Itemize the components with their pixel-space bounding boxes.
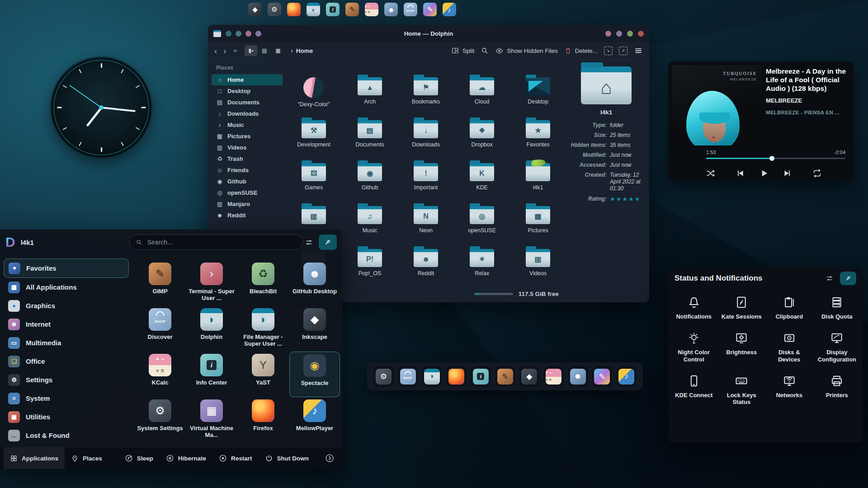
show-hidden-files-button[interactable]: Show Hidden Files — [495, 47, 558, 55]
pin-button[interactable] — [840, 272, 856, 285]
category-item[interactable]: ⊕ Internet — [4, 315, 129, 333]
dock-dolphin[interactable]: ◗ — [422, 366, 442, 387]
places-item[interactable]: ♪ Music — [212, 119, 283, 131]
session-action-button[interactable]: Shut Down — [259, 447, 316, 469]
category-item[interactable]: ▣ Utilities — [4, 408, 129, 426]
search-box[interactable] — [129, 235, 303, 250]
places-item[interactable]: ▤ Documents — [212, 97, 283, 108]
category-item[interactable]: ❏ Office — [4, 352, 129, 371]
dock-discover[interactable]: SHOP — [398, 366, 418, 387]
category-item[interactable]: … Lost & Found — [4, 426, 129, 445]
status-item[interactable]: Display Configuration — [813, 331, 861, 363]
app-tile[interactable]: ✎ GIMP — [135, 260, 185, 306]
select-all-button[interactable]: ↘ — [604, 47, 613, 55]
task-inkscape[interactable]: ◆ — [247, 1, 263, 18]
folder-item[interactable]: l4k1 — [512, 163, 564, 206]
folder-item[interactable]: ☁ Cloud — [456, 77, 508, 120]
folder-item[interactable]: ⚑ Bookmarks — [400, 77, 452, 120]
configure-button[interactable] — [826, 274, 834, 282]
folder-item[interactable]: ♫ Music — [344, 206, 396, 249]
status-item[interactable]: Clipboard — [765, 296, 813, 320]
hamburger-menu-icon[interactable] — [634, 46, 643, 55]
folder-item[interactable]: ⚄ Games — [288, 163, 340, 206]
task-firefox[interactable] — [286, 1, 302, 18]
split-button[interactable]: Split — [451, 47, 474, 55]
dock-github-desktop[interactable]: ☻ — [568, 366, 588, 387]
places-item[interactable]: ▥ Videos — [212, 142, 283, 153]
icons-view-button[interactable]: ▮▪ — [245, 45, 257, 56]
folder-item[interactable]: ◉ Github — [344, 163, 396, 206]
search-icon[interactable] — [481, 47, 489, 55]
dock-firefox[interactable] — [446, 366, 467, 387]
app-tile[interactable]: KCalc — [135, 352, 185, 397]
more-actions-button[interactable] — [325, 454, 334, 463]
app-tile[interactable]: ◗ File Manager - Super User ... — [238, 306, 288, 352]
category-item[interactable]: ▦ All Applications — [4, 278, 129, 296]
folder-item[interactable]: ▲ Arch — [344, 77, 396, 120]
task-kcalc[interactable] — [363, 1, 380, 18]
dock-kcalc[interactable] — [543, 366, 564, 387]
folder-item[interactable]: ↓ Downloads — [400, 120, 452, 163]
dock-gimp[interactable]: ✎ — [495, 366, 515, 387]
task-gimp[interactable]: ✎ — [344, 1, 360, 18]
folder-item[interactable]: ▤ Documents — [344, 120, 396, 163]
next-button[interactable] — [780, 166, 794, 180]
dock-inkscape[interactable]: ◆ — [519, 366, 539, 387]
up-button[interactable]: › — [230, 49, 238, 52]
app-tile[interactable]: Y YaST — [238, 352, 288, 397]
repeat-button[interactable] — [810, 166, 824, 180]
app-tile[interactable]: ♪ MellowPlayer — [290, 397, 340, 443]
folder-item[interactable]: "Dexy-Color" — [288, 77, 340, 120]
footer-tab[interactable]: Applications — [4, 447, 65, 469]
places-item[interactable]: □ Desktop — [212, 85, 283, 97]
places-item[interactable]: ☺ Friends — [212, 164, 283, 176]
app-tile[interactable]: ☻ GitHub Desktop — [290, 260, 340, 306]
places-item[interactable]: ▥ Manjaro — [212, 198, 283, 210]
dock-mellowplayer[interactable]: ♪ — [616, 366, 637, 387]
dock-info-center[interactable]: i — [471, 366, 491, 387]
rating-stars[interactable]: ★★★★★ — [610, 196, 645, 203]
app-tile[interactable]: ◉ Spectacle — [289, 352, 340, 397]
dock-system-settings[interactable]: ⚙ — [373, 366, 394, 387]
status-item[interactable]: Brightness — [718, 331, 766, 363]
places-item[interactable]: ♻ Trash — [212, 153, 283, 164]
folder-item[interactable]: Desktop — [512, 77, 564, 120]
folder-item[interactable]: K KDE — [456, 163, 508, 206]
breadcrumb[interactable]: › Home — [291, 47, 313, 54]
task-system-settings[interactable]: ⚙ — [266, 1, 283, 18]
category-item[interactable]: ⚙ Settings — [4, 371, 129, 389]
places-item[interactable]: ▦ Pictures — [212, 131, 283, 142]
app-tile[interactable]: ▦ Virtual Machine Ma... — [187, 397, 236, 443]
places-item[interactable]: ◉ Github — [212, 176, 283, 187]
footer-tab[interactable]: Places — [65, 447, 108, 469]
dolphin-titlebar[interactable]: Home — Dolphin — [208, 25, 649, 42]
configure-button[interactable] — [305, 238, 313, 247]
session-action-button[interactable]: Hibernate — [160, 447, 212, 469]
status-item[interactable]: Notifications — [670, 296, 718, 320]
folder-item[interactable]: N Neon — [400, 206, 452, 249]
session-action-button[interactable]: Sleep — [118, 447, 160, 469]
status-item[interactable]: Printers — [813, 374, 861, 406]
category-item[interactable]: ● Graphics — [4, 296, 129, 315]
dock-paint[interactable]: ✎ — [592, 366, 613, 387]
session-action-button[interactable]: Restart — [212, 447, 259, 469]
app-tile[interactable]: i Info Center — [187, 352, 236, 397]
folder-item[interactable]: ❖ Dropbox — [456, 120, 508, 163]
search-input[interactable] — [146, 238, 297, 246]
status-item[interactable]: Night Color Control — [670, 331, 718, 363]
status-item[interactable]: Disk Quota — [813, 296, 861, 320]
app-tile[interactable]: SHOP Discover — [135, 306, 185, 352]
task-mellowplayer[interactable]: ♪ — [441, 1, 458, 18]
folder-item[interactable]: ◎ openSUSE — [456, 206, 508, 249]
details-view-button[interactable]: ▤ — [258, 45, 271, 56]
compact-view-button[interactable]: ▦ — [272, 45, 284, 56]
status-item[interactable]: Networks — [765, 374, 813, 406]
status-item[interactable]: KDE Connect — [670, 374, 718, 406]
app-tile[interactable]: › Terminal - Super User ... — [187, 260, 236, 306]
folder-item[interactable]: ▦ Pictures — [512, 206, 564, 249]
folder-item[interactable]: ⚒ Development — [288, 120, 340, 163]
category-item[interactable]: ♥ Favorites — [4, 258, 129, 278]
task-paint[interactable]: ✎ — [422, 1, 438, 18]
status-item[interactable]: Lock Keys Status — [718, 374, 766, 406]
folder-item[interactable]: ! Important — [400, 163, 452, 206]
